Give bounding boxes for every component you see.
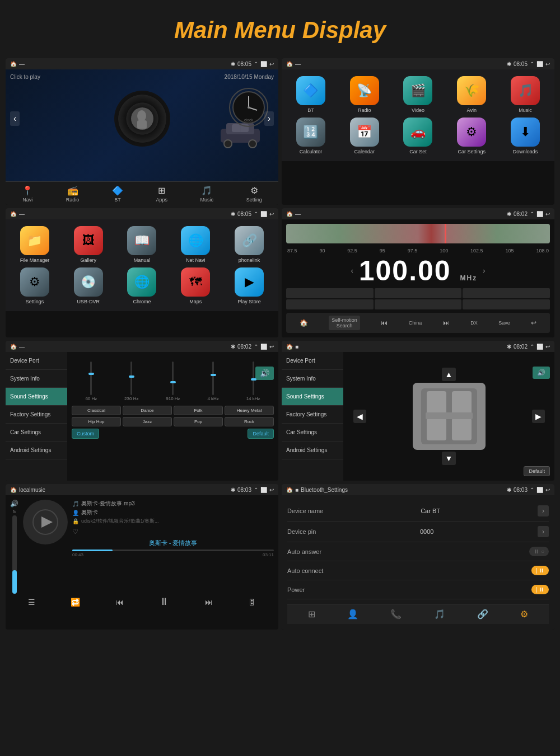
app-filemanager[interactable]: 📁 File Manager — [10, 226, 59, 263]
app-carset[interactable]: 🚗 Car Set — [394, 118, 443, 154]
bt-autoanswer-toggle-btn[interactable]: ⏸ ○ — [529, 547, 549, 556]
expand-6: ⌃ — [530, 344, 534, 350]
freq-right-btn[interactable]: › — [483, 267, 485, 275]
car-speaker-btn[interactable]: 🔊 — [533, 367, 550, 379]
preset-5[interactable] — [375, 299, 462, 309]
car-menu-android-settings[interactable]: Android Settings — [282, 442, 343, 459]
app-avin[interactable]: 🌾 Avin — [447, 76, 496, 113]
preset-heavymetal[interactable]: Heavy Metal — [225, 406, 274, 415]
skip-back-btn[interactable]: ⏮ — [116, 598, 124, 607]
skip-forward-btn[interactable]: ⏭ — [205, 598, 213, 607]
preset-1[interactable] — [286, 288, 374, 298]
app-downloads[interactable]: ⬇ Downloads — [501, 118, 550, 154]
bt-row-devicename: Device name Car BT › — [287, 501, 549, 522]
preset-2[interactable] — [375, 288, 462, 298]
play-pause-btn[interactable]: ⏸ — [159, 596, 169, 608]
menu-device-port[interactable]: Device Port — [6, 352, 67, 370]
radio-dx-btn[interactable]: DX — [470, 320, 478, 326]
app-settings[interactable]: ⚙ Settings — [10, 267, 59, 304]
bt-devicepin-arrow[interactable]: › — [538, 526, 549, 537]
preset-3[interactable] — [463, 288, 550, 298]
freq-left-btn[interactable]: ‹ — [351, 267, 353, 275]
nav-setting[interactable]: ⚙ Setting — [246, 185, 262, 203]
bt-status-6: ✱ — [507, 344, 511, 350]
svg-point-5 — [249, 140, 256, 148]
app-bt[interactable]: 🔷 BT — [286, 76, 335, 113]
radio-prev-btn[interactable]: ⏮ — [381, 319, 388, 327]
car-menu-device-port[interactable]: Device Port — [282, 352, 343, 370]
app-carsettings[interactable]: ⚙ Car Settings — [447, 118, 496, 154]
preset-hiphop[interactable]: Hip Hop — [72, 417, 121, 426]
nav-radio[interactable]: 📻 Radio — [66, 185, 80, 203]
bt-link-icon[interactable]: 🔗 — [477, 609, 488, 619]
preset-6[interactable] — [463, 299, 550, 309]
app-video[interactable]: 🎬 Video — [394, 76, 443, 113]
bt-settings-icon[interactable]: ⚙ — [520, 609, 528, 619]
car-menu-system-info[interactable]: System Info — [282, 370, 343, 388]
app-playstore[interactable]: ▶ Play Store — [225, 267, 274, 304]
equalizer-btn[interactable]: 🎛 — [248, 598, 256, 607]
app-maps[interactable]: 🗺 Maps — [171, 267, 220, 304]
preset-folk[interactable]: Folk — [174, 406, 223, 415]
radio-back-btn[interactable]: ↩ — [531, 319, 536, 327]
bt-devicename-arrow[interactable]: › — [538, 505, 549, 516]
bt-app-label: Bluetooth_Settings — [301, 487, 348, 493]
car-default-btn[interactable]: Default — [524, 466, 550, 476]
car-menu-car-settings[interactable]: Car Settings — [282, 424, 343, 442]
menu-system-info[interactable]: System Info — [6, 370, 67, 388]
radio-next-btn[interactable]: ⏭ — [443, 319, 450, 327]
preset-4[interactable] — [286, 299, 374, 309]
custom-btn[interactable]: Custom — [72, 429, 99, 439]
preset-dance[interactable]: Dance — [123, 406, 172, 415]
nav-music[interactable]: 🎵 Music — [200, 185, 214, 203]
menu-sound-settings[interactable]: Sound Settings — [6, 388, 67, 406]
bt-contacts-icon[interactable]: 👤 — [347, 609, 358, 619]
app-manual[interactable]: 📖 Manual — [118, 226, 167, 263]
bt-autoconnect-toggle-btn[interactable]: | ⏸ — [531, 566, 549, 575]
app-radio[interactable]: 📡 Radio — [340, 76, 389, 113]
nav-bt[interactable]: 🔷 BT — [112, 185, 123, 203]
radio-home-btn[interactable]: 🏠 — [300, 319, 308, 327]
seat-right-btn[interactable]: ▶ — [532, 410, 545, 423]
seat-up-btn[interactable]: ▲ — [442, 368, 456, 381]
preset-pop[interactable]: Pop — [174, 417, 223, 426]
app-gallery[interactable]: 🖼 Gallery — [64, 226, 113, 263]
menu-android-settings[interactable]: Android Settings — [6, 442, 67, 459]
preset-rock[interactable]: Rock — [225, 417, 274, 426]
app-music[interactable]: 🎵 Music — [501, 76, 550, 113]
bt-power-toggle-btn[interactable]: | ⏸ — [531, 585, 549, 594]
nav-navi[interactable]: 📍 Navi — [22, 185, 33, 203]
bt-music-icon[interactable]: 🎵 — [434, 609, 445, 619]
default-btn[interactable]: Default — [248, 429, 274, 439]
app-usbdvr[interactable]: 💿 USB-DVR — [64, 267, 113, 304]
progress-bar[interactable] — [72, 550, 274, 551]
app-chrome[interactable]: 🌐 Chrome — [118, 267, 167, 304]
app-calendar[interactable]: 📅 Calendar — [340, 118, 389, 154]
radio-content: 87.5 90 92.5 95 97.5 100 102.5 105 108.0… — [282, 219, 554, 337]
nav-apps[interactable]: ⊞ Apps — [156, 185, 167, 203]
car-menu-sound-settings[interactable]: Sound Settings — [282, 388, 343, 406]
app-netnavi[interactable]: 🌐 Net Navi — [171, 226, 220, 263]
radio-selfmotion-btn[interactable]: Self-motion Search — [329, 316, 360, 330]
app-phonelink[interactable]: 🔗 phonelink — [225, 226, 274, 263]
radio-save-btn[interactable]: Save — [498, 320, 510, 326]
volume-slider[interactable] — [12, 515, 17, 594]
playlist-btn[interactable]: ☰ — [28, 598, 35, 607]
menu-car-settings[interactable]: Car Settings — [6, 424, 67, 442]
app-calculator[interactable]: 🔢 Calculator — [286, 118, 335, 154]
repeat-btn[interactable]: 🔁 — [71, 598, 80, 607]
radio-china-btn[interactable]: China — [409, 320, 422, 326]
car-menu-factory-settings[interactable]: Factory Settings — [282, 406, 343, 424]
preset-classical[interactable]: Classical — [72, 406, 121, 415]
prev-track-btn[interactable]: ‹ — [10, 111, 20, 126]
seat-down-btn[interactable]: ▼ — [442, 452, 456, 465]
seat-left-btn[interactable]: ◀ — [353, 410, 366, 423]
bt-phone-icon[interactable]: 📞 — [390, 609, 402, 619]
next-track-btn[interactable]: › — [264, 111, 274, 126]
speaker-btn[interactable]: 🔊 — [255, 367, 274, 380]
menu-factory-settings[interactable]: Factory Settings — [6, 406, 67, 424]
preset-jazz[interactable]: Jazz — [123, 417, 172, 426]
click-to-play[interactable]: Click to play — [10, 74, 40, 80]
app-icon-chrome: 🌐 — [127, 267, 156, 297]
bt-grid-icon[interactable]: ⊞ — [308, 609, 315, 619]
